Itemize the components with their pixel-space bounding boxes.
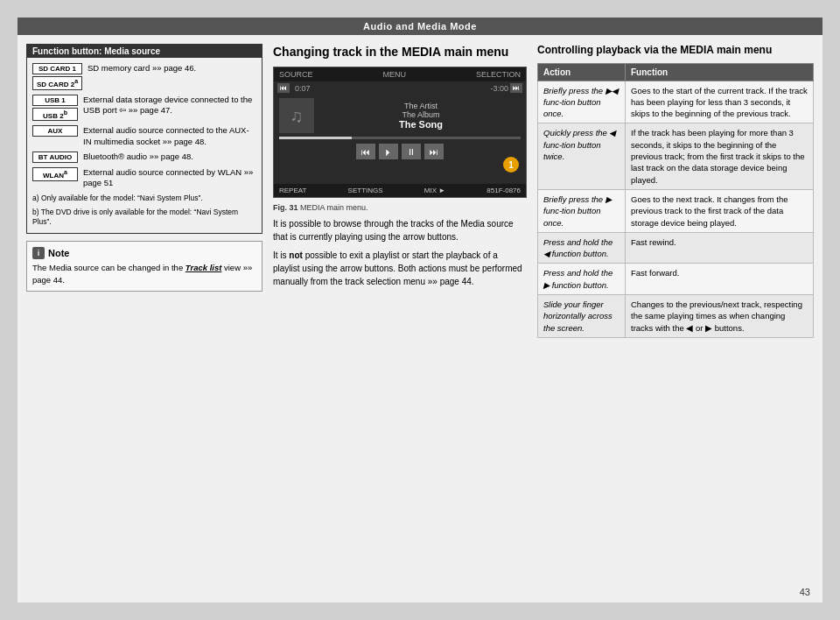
function-cell: Goes to the start of the current track. … <box>626 81 814 123</box>
func-text-wlan: External audio source connected by WLAN … <box>83 167 256 189</box>
selection-label: SELECTION <box>476 70 521 79</box>
menu-label: MENU <box>383 70 407 79</box>
time-current: 0:07 <box>291 84 488 93</box>
page: Audio and Media Mode Function button: Me… <box>18 18 822 602</box>
progress-fill <box>279 137 352 139</box>
table-row: Press and hold the ▶ function button.Fas… <box>538 264 814 295</box>
content-area: Function button: Media source SD CARD 1 … <box>18 35 822 602</box>
badge-sd2: SD CARD 2a <box>32 76 82 90</box>
album-name: The Album <box>321 110 521 119</box>
action-cell: Briefly press the ▶ func-tion button onc… <box>538 189 626 232</box>
screen-body: ♫ The Artist The Album The Song <box>274 95 526 137</box>
middle-column: Changing track in the MEDIA main menu SO… <box>273 44 527 594</box>
action-cell: Press and hold the ▶ function button. <box>538 264 626 295</box>
info-icon: i <box>32 247 45 259</box>
screen-top-bar: SOURCE MENU SELECTION <box>274 67 526 81</box>
action-cell: Briefly press the ▶◀ func-tion button on… <box>538 81 626 123</box>
middle-section-title: Changing track in the MEDIA main menu <box>273 44 527 60</box>
play-btn[interactable]: ⏵ <box>379 144 398 159</box>
func-text-sd: SD memory card »» page 46. <box>88 63 196 74</box>
function-cell: Changes to the previous/next track, resp… <box>626 295 814 338</box>
pause-btn[interactable]: ⏸ <box>402 144 421 159</box>
screen-nav-row: ⏮ 0:07 -3:00 ⏭ <box>274 81 526 95</box>
page-number: 43 <box>800 587 810 597</box>
badge-aux: AUX <box>32 125 78 137</box>
footnote-b: b) The DVD drive is only available for t… <box>32 208 256 229</box>
rewind-btn[interactable]: ⏮ <box>356 144 375 159</box>
next-track-btn[interactable]: ⏭ <box>510 83 522 93</box>
right-section-title: Controlling playback via the MEDIA main … <box>537 44 814 58</box>
media-screen: SOURCE MENU SELECTION ⏮ 0:07 -3:00 ⏭ ♫ T… <box>273 67 527 198</box>
fig-caption-text: MEDIA main menu. <box>300 203 368 212</box>
func-row-bt: BT AUDIO Bluetooth® audio »» page 48. <box>32 151 256 163</box>
body-text-2: It is not possible to exit a playlist or… <box>273 249 527 288</box>
badge-sd1: SD CARD 1 <box>32 63 82 74</box>
prev-track-btn[interactable]: ⏮ <box>277 83 290 93</box>
mix-label: MIX ► <box>424 187 445 194</box>
table-row: Press and hold the ◀ function button.Fas… <box>538 232 814 264</box>
badge-wlan: WLANa <box>32 167 78 181</box>
func-row-sd: SD CARD 1 SD CARD 2a SD memory card »» p… <box>32 63 256 90</box>
function-cell: Fast rewind. <box>626 232 814 264</box>
left-column: Function button: Media source SD CARD 1 … <box>26 44 262 594</box>
function-box-title: Function button: Media source <box>27 45 262 58</box>
action-cell: Quickly press the ◀ func-tion button twi… <box>538 123 626 189</box>
func-row-usb: USB 1 USB 2b External data storage devic… <box>32 95 256 122</box>
function-cell: Goes to the next track. It changes from … <box>626 189 814 232</box>
func-text-aux: External audio source connected to the A… <box>83 125 256 147</box>
music-icon: ♫ <box>279 98 314 133</box>
settings-label: SETTINGS <box>348 187 383 194</box>
footnote-a: a) Only available for the model: “Navi S… <box>32 194 256 204</box>
play-controls: ⏮ ⏵ ⏸ ⏭ <box>274 142 526 161</box>
artist-name: The Artist <box>321 102 521 110</box>
screen-bottom-bar: REPEAT SETTINGS MIX ► 851F-0876 <box>274 184 526 197</box>
func-text-usb: External data storage device connected t… <box>83 95 256 116</box>
col-function: Function <box>626 63 814 81</box>
table-row: Briefly press the ▶ func-tion button onc… <box>538 189 814 232</box>
page-header: Audio and Media Mode <box>18 18 822 35</box>
fig-label: Fig. 31 <box>273 203 298 212</box>
image-id: 851F-0876 <box>486 187 521 194</box>
function-cell: Fast forward. <box>626 264 814 295</box>
table-row: Quickly press the ◀ func-tion button twi… <box>538 123 814 189</box>
note-box: i Note The Media source can be changed i… <box>26 241 262 292</box>
func-row-aux: AUX External audio source connected to t… <box>32 125 256 147</box>
function-box: Function button: Media source SD CARD 1 … <box>26 44 262 234</box>
source-label: SOURCE <box>279 70 313 79</box>
time-total: -3:00 <box>490 84 508 93</box>
func-row-wlan: WLANa External audio source connected by… <box>32 167 256 189</box>
action-cell: Press and hold the ◀ function button. <box>538 232 626 264</box>
badge-bt: BT AUDIO <box>32 151 78 163</box>
table-row: Briefly press the ▶◀ func-tion button on… <box>538 81 814 123</box>
body-text-1: It is possible to browse through the tra… <box>273 217 527 243</box>
circle-badge: 1 <box>503 157 519 173</box>
badge-usb2: USB 2b <box>32 108 78 122</box>
fig-caption: Fig. 31 MEDIA main menu. <box>273 203 527 212</box>
progress-track <box>279 137 521 139</box>
table-row: Slide your finger horizontally across th… <box>538 295 814 338</box>
playback-table: Action Function Briefly press the ▶◀ fun… <box>537 63 814 338</box>
repeat-label: REPEAT <box>279 187 306 194</box>
screen-info: The Artist The Album The Song <box>321 102 521 130</box>
header-title: Audio and Media Mode <box>363 21 477 32</box>
forward-btn[interactable]: ⏭ <box>424 144 444 159</box>
note-header: i Note <box>32 247 256 259</box>
note-label: Note <box>48 248 69 258</box>
action-cell: Slide your finger horizontally across th… <box>538 295 626 338</box>
song-name: The Song <box>321 119 521 130</box>
col-action: Action <box>538 63 626 81</box>
func-text-bt: Bluetooth® audio »» page 48. <box>83 151 193 162</box>
right-column: Controlling playback via the MEDIA main … <box>537 44 814 594</box>
badge-usb1: USB 1 <box>32 95 78 106</box>
note-text: The Media source can be changed in the T… <box>32 262 256 285</box>
function-cell: If the track has been playing for more t… <box>626 123 814 189</box>
